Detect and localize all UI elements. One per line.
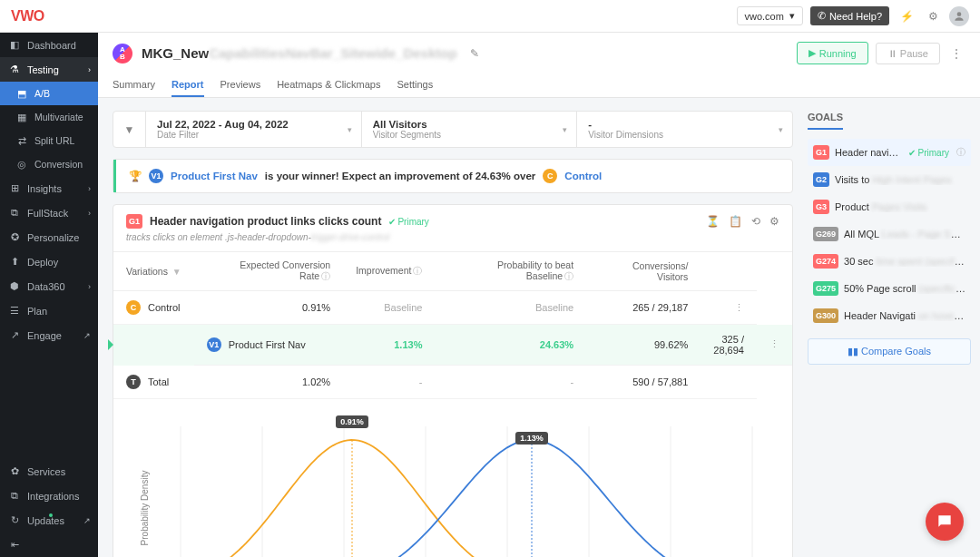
- trophy-icon: 🏆: [129, 170, 142, 182]
- row-menu[interactable]: ⋮: [769, 338, 779, 349]
- goal-item[interactable]: G27430 sec time spent (specific URL): [808, 248, 971, 275]
- date-filter[interactable]: Jul 22, 2022 - Aug 04, 2022 Date Filter …: [146, 112, 362, 147]
- goal-item[interactable]: G27550% Page scroll (specific URL): [808, 275, 971, 302]
- sidebar-item-personalize[interactable]: ✪Personalize: [0, 225, 98, 249]
- account-selector[interactable]: vwo.com▾: [737, 6, 803, 25]
- bars-icon: ▮▮: [848, 346, 858, 357]
- tabs: SummaryReportPreviewsHeatmaps & Clickmap…: [113, 73, 965, 97]
- phone-icon: ✆: [818, 10, 826, 22]
- dimension-filter[interactable]: - Visitor Dimensions ▾: [577, 112, 792, 147]
- hourglass-icon[interactable]: ⏳: [706, 215, 720, 228]
- logo: VWO: [11, 8, 44, 24]
- nav-icon: ◎: [16, 159, 27, 170]
- sidebar-item-services[interactable]: ✿Services: [0, 459, 98, 484]
- density-chart: 0.70%0.80%0.90%1.00%1.10%1.20%1.30%1.40%…: [113, 399, 792, 558]
- chevron-down-icon: ▾: [779, 125, 783, 134]
- goal-name: Header navigation product links clicks c…: [150, 215, 381, 228]
- winner-variant-link[interactable]: Product First Nav: [171, 171, 258, 181]
- avatar[interactable]: [949, 6, 969, 26]
- svg-point-0: [957, 12, 962, 16]
- tab-settings[interactable]: Settings: [397, 73, 433, 97]
- need-help-button[interactable]: ✆ Need Help?: [810, 6, 889, 25]
- nav-icon: ✪: [9, 231, 20, 243]
- sidebar-item-updates[interactable]: ↻Updates↗: [0, 508, 98, 533]
- col-rate: Expected Conversion Rateⓘ: [194, 252, 343, 291]
- nav-icon: ⇄: [16, 135, 27, 146]
- row-menu[interactable]: ⋮: [734, 302, 744, 313]
- goal-badge: G1: [126, 214, 142, 229]
- sidebar: ◧Dashboard⚗Testing›⬒A/B▦Multivariate⇄Spl…: [0, 33, 98, 557]
- filter-icon[interactable]: ▼: [113, 112, 146, 147]
- goal-item[interactable]: G1Header navigation p...✔ Primaryⓘ: [808, 139, 971, 166]
- goal-item[interactable]: G3Product Pages Visits: [808, 193, 971, 220]
- svg-text:1.13%: 1.13%: [520, 434, 544, 443]
- goals-panel: GOALS G1Header navigation p...✔ Primaryⓘ…: [808, 98, 980, 557]
- winner-banner: 🏆 V1 Product First Nav is your winner! E…: [113, 160, 792, 192]
- col-variations[interactable]: Variations ▼: [113, 252, 194, 291]
- compare-goals-button[interactable]: ▮▮ Compare Goals: [808, 338, 971, 365]
- more-menu[interactable]: ⋮: [947, 44, 965, 64]
- chat-fab[interactable]: [926, 503, 964, 541]
- col-conversions: Conversions/ Visitors: [586, 252, 701, 291]
- sidebar-item-testing[interactable]: ⚗Testing›: [0, 57, 98, 82]
- nav-icon: ⊞: [9, 182, 20, 194]
- sidebar-item-split-url[interactable]: ⇄Split URL: [0, 129, 98, 152]
- goal-item[interactable]: G269All MQL Leads - Page Specific: [808, 220, 971, 248]
- gear-icon[interactable]: ⚙: [925, 6, 942, 26]
- svg-text:0.91%: 0.91%: [340, 417, 364, 426]
- sidebar-item-insights[interactable]: ⊞Insights›: [0, 176, 98, 200]
- variations-table: Variations ▼ Expected Conversion Rateⓘ I…: [113, 252, 792, 399]
- page-head: AB MKG_NewCapabilitiesNavBar_Sitewide_De…: [98, 33, 980, 98]
- svg-text:Probability Density: Probability Density: [140, 470, 150, 545]
- collapse-sidebar[interactable]: ⇤: [0, 533, 98, 557]
- goals-tab[interactable]: GOALS: [808, 112, 843, 130]
- nav-icon: ⬒: [16, 88, 27, 99]
- sidebar-item-a-b[interactable]: ⬒A/B: [0, 82, 98, 105]
- tab-previews[interactable]: Previews: [220, 73, 261, 97]
- nav-icon: ☰: [9, 305, 20, 317]
- clipboard-icon[interactable]: 📋: [729, 215, 742, 228]
- sidebar-item-integrations[interactable]: ⧉Integrations: [0, 484, 98, 508]
- control-link[interactable]: Control: [564, 171, 602, 181]
- control-pill: C: [543, 169, 557, 183]
- tab-report[interactable]: Report: [172, 73, 203, 97]
- tab-summary[interactable]: Summary: [113, 73, 155, 97]
- variant-pill: V1: [149, 169, 163, 183]
- nav-icon: ↗: [9, 329, 20, 341]
- chevron-down-icon: ▾: [348, 125, 352, 134]
- table-row: V1Product First Nav1.13%24.63%99.62%325 …: [113, 325, 792, 366]
- sidebar-item-data360[interactable]: ⬢Data360›: [0, 274, 98, 298]
- nav-icon: ⚗: [9, 64, 20, 75]
- table-row: CControl0.91%BaselineBaseline265 / 29,18…: [113, 291, 792, 325]
- activity-icon[interactable]: ⚡: [897, 6, 917, 26]
- tab-heatmaps-clickmaps[interactable]: Heatmaps & Clickmaps: [277, 73, 380, 97]
- nav-icon: ⬢: [9, 280, 20, 292]
- edit-title-icon[interactable]: ✎: [466, 44, 483, 64]
- nav-icon: ⬆: [9, 256, 20, 268]
- nav-icon: ▦: [16, 112, 27, 122]
- primary-tag: ✔ Primary: [388, 217, 428, 227]
- sidebar-item-plan[interactable]: ☰Plan: [0, 298, 98, 323]
- sidebar-item-fullstack[interactable]: ⧉FullStack›: [0, 200, 98, 225]
- ab-badge: AB: [113, 44, 132, 64]
- filter-bar: ▼ Jul 22, 2022 - Aug 04, 2022 Date Filte…: [113, 111, 793, 148]
- sidebar-item-multivariate[interactable]: ▦Multivariate: [0, 105, 98, 129]
- goal-description: tracks clicks on element .js-header-drop…: [126, 232, 779, 242]
- nav-icon: ⧉: [9, 207, 20, 219]
- segment-filter[interactable]: All Visitors Visitor Segments ▾: [362, 112, 578, 147]
- top-header: VWO vwo.com▾ ✆ Need Help? ⚡ ⚙: [0, 0, 980, 33]
- sidebar-item-conversion[interactable]: ◎Conversion: [0, 152, 98, 176]
- page-title: MKG_NewCapabilitiesNavBar_Sitewide_Deskt…: [142, 45, 457, 61]
- filter-icon: ▼: [172, 267, 181, 277]
- nav-icon: ◧: [9, 39, 20, 51]
- running-button[interactable]: ▶ Running: [797, 42, 868, 64]
- goal-item[interactable]: G2Visits to High Intent Pages: [808, 166, 971, 193]
- sidebar-item-engage[interactable]: ↗Engage↗: [0, 323, 98, 347]
- sidebar-item-deploy[interactable]: ⬆Deploy: [0, 249, 98, 274]
- settings-icon[interactable]: ⚙: [769, 215, 779, 228]
- pause-button[interactable]: ⏸ Pause: [876, 43, 940, 64]
- sidebar-item-dashboard[interactable]: ◧Dashboard: [0, 33, 98, 57]
- table-row: TTotal1.02%--590 / 57,881: [113, 366, 792, 399]
- refresh-icon[interactable]: ⟲: [751, 215, 760, 228]
- goal-item[interactable]: G300Header Navigati on hover count: [808, 302, 971, 329]
